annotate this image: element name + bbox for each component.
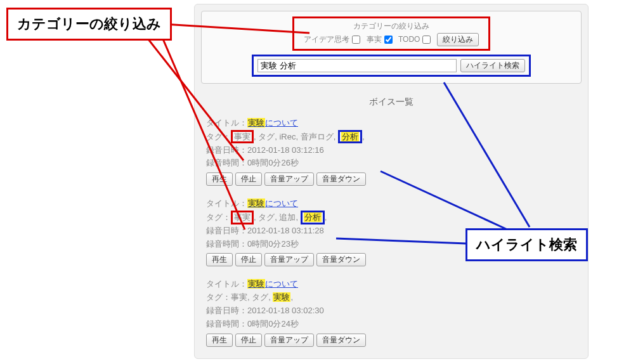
tag-text: , (290, 292, 293, 302)
volup-button[interactable]: 音量アップ (264, 172, 314, 186)
tag-text: 事実, タグ, (231, 292, 273, 302)
recdate-value: 2012-01-18 03:02:30 (247, 306, 324, 315)
voice-title-link[interactable]: 実験について (247, 279, 298, 289)
voice-tag-line: タグ：事実, タグ, 追加, 分析, (206, 211, 576, 224)
highlight-search-block: ハイライト検索 (252, 55, 531, 77)
title-highlight: 実験 (247, 198, 265, 208)
voice-button-row: 再生停止音量アップ音量ダウン (206, 172, 576, 186)
category-filter-row: アイデア思考 事実 TODO 絞り込み (298, 33, 485, 46)
annotation-category-filter: カテゴリーの絞り込み (6, 8, 172, 41)
category-fact-checkbox[interactable] (384, 36, 393, 44)
main-panel: カテゴリーの絞り込み アイデア思考 事実 TODO 絞り込み ハイライト検索 ボ… (194, 4, 589, 359)
voice-tag-line: タグ：事実, タグ, 実験, (206, 291, 576, 304)
play-button[interactable]: 再生 (206, 172, 233, 186)
filter-container: カテゴリーの絞り込み アイデア思考 事実 TODO 絞り込み ハイライト検索 (201, 11, 582, 84)
title-label: タイトル： (206, 279, 247, 289)
stop-button[interactable]: 停止 (235, 253, 262, 266)
title-label: タイトル： (206, 198, 247, 208)
title-label: タイトル： (206, 118, 247, 127)
voice-title-line: タイトル：実験について (206, 278, 576, 291)
voldown-button[interactable]: 音量ダウン (316, 334, 366, 347)
recdate-label: 録音日時： (206, 226, 247, 235)
tag-highlight: 実験 (273, 292, 290, 302)
category-filter-title: カテゴリーの絞り込み (298, 21, 485, 32)
tag-label: タグ： (206, 132, 231, 141)
voice-title-line: タイトル：実験について (206, 197, 576, 211)
stop-button[interactable]: 停止 (235, 172, 262, 186)
recdate-label: 録音日時： (206, 145, 247, 155)
tag-fact-box: 事実 (231, 211, 254, 224)
voice-rectime-line: 録音時間：0時間0分24秒 (206, 318, 576, 331)
voice-recdate-line: 録音日時：2012-01-18 03:12:16 (206, 144, 576, 157)
annotation-highlight-search: ハイライト検索 (465, 228, 588, 261)
category-todo-checkbox[interactable] (422, 36, 431, 44)
tag-label: タグ： (206, 212, 231, 222)
highlight-search-input[interactable] (257, 59, 457, 72)
rectime-value: 0時間0分26秒 (247, 158, 299, 167)
tag-text: 分析 (304, 212, 322, 222)
voice-list-header: ボイス一覧 (201, 96, 582, 108)
tag-analysis-box: 分析 (301, 211, 325, 224)
tag-text: 分析 (341, 132, 359, 141)
rectime-value: 0時間0分23秒 (247, 239, 299, 249)
recdate-label: 録音日時： (206, 306, 247, 315)
title-highlight: 実験 (247, 279, 265, 289)
rectime-label: 録音時間： (206, 239, 247, 249)
voldown-button[interactable]: 音量ダウン (316, 253, 366, 266)
voice-recdate-line: 録音日時：2012-01-18 03:02:30 (206, 304, 576, 318)
play-button[interactable]: 再生 (206, 334, 233, 347)
filter-button[interactable]: 絞り込み (437, 33, 479, 46)
tag-label: タグ： (206, 292, 231, 302)
rectime-label: 録音時間： (206, 158, 247, 167)
voice-item: タイトル：実験についてタグ：事実, タグ, iRec, 音声ログ, 分析,録音日… (206, 117, 576, 186)
voice-item: タイトル：実験についてタグ：事実, タグ, 実験,録音日時：2012-01-18… (206, 278, 576, 346)
volup-button[interactable]: 音量アップ (264, 253, 314, 266)
voice-rectime-line: 録音時間：0時間0分26秒 (206, 157, 576, 170)
voice-button-row: 再生停止音量アップ音量ダウン (206, 334, 576, 347)
tag-text: , (362, 132, 365, 141)
category-idea-checkbox[interactable] (352, 36, 360, 44)
category-todo-label: TODO (398, 35, 420, 44)
tag-text: , タグ, iRec, 音声ログ, (254, 132, 338, 141)
title-highlight: 実験 (247, 118, 265, 127)
tag-text: , タグ, 追加, (254, 212, 301, 222)
volup-button[interactable]: 音量アップ (264, 334, 314, 347)
rectime-label: 録音時間： (206, 319, 247, 328)
voice-tag-line: タグ：事実, タグ, iRec, 音声ログ, 分析, (206, 130, 576, 144)
voice-title-link[interactable]: 実験について (247, 118, 298, 127)
recdate-value: 2012-01-18 03:12:16 (247, 145, 324, 155)
tag-text: , (325, 212, 327, 222)
play-button[interactable]: 再生 (206, 253, 233, 266)
tag-analysis-box: 分析 (338, 130, 362, 144)
recdate-value: 2012-01-18 03:11:28 (247, 226, 324, 235)
voice-title-line: タイトル：実験について (206, 117, 576, 130)
category-filter-block: カテゴリーの絞り込み アイデア思考 事実 TODO 絞り込み (292, 16, 490, 51)
stop-button[interactable]: 停止 (235, 334, 262, 347)
highlight-search-button[interactable]: ハイライト検索 (460, 59, 525, 72)
tag-fact-box: 事実 (231, 130, 254, 144)
category-idea-label: アイデア思考 (304, 35, 349, 44)
voldown-button[interactable]: 音量ダウン (316, 172, 366, 186)
voice-title-link[interactable]: 実験について (247, 198, 298, 208)
rectime-value: 0時間0分24秒 (247, 319, 299, 328)
category-fact-label: 事実 (367, 35, 382, 44)
